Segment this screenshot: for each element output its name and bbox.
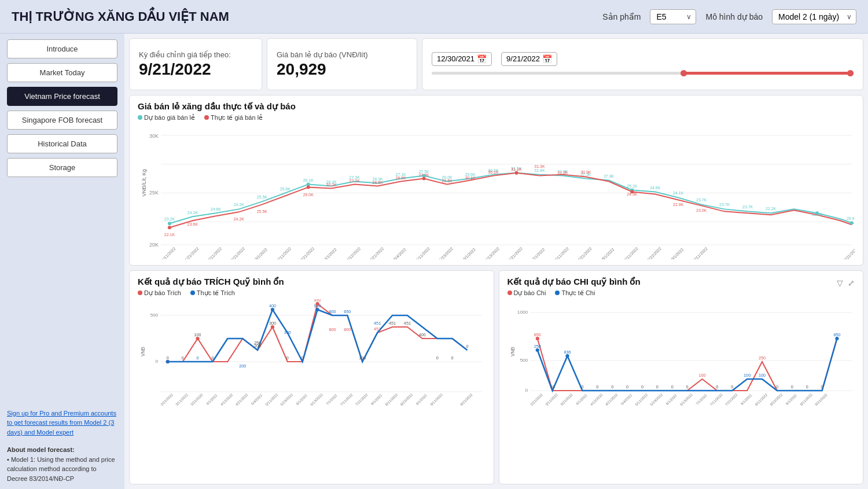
chi-chart-svg: VNĐ 1000 500 0 850 250 50 836: [507, 299, 855, 406]
bottom-row: Kết quả dự báo TRÍCH Quỹ bình ổn Dự báo …: [129, 270, 863, 484]
top-info-row: Kỳ điều chỉnh giá tiếp theo: 9/21/2022 G…: [129, 38, 863, 90]
main-chart-card: Giá bán lẻ xăng dầu thực tế và dự báo Dự…: [129, 95, 863, 266]
svg-text:30.2K: 30.2K: [326, 183, 337, 187]
date-from-input[interactable]: 12/30/2021 📅: [432, 52, 492, 66]
svg-text:4/21/2022: 4/21/2022: [604, 392, 619, 406]
model-select[interactable]: Model 2 (1 ngày)Model 1: [772, 9, 856, 24]
svg-text:31.2K: 31.2K: [557, 171, 568, 175]
svg-text:8/22/2022: 8/22/2022: [399, 392, 414, 406]
svg-text:23.7K: 23.7K: [696, 198, 707, 202]
svg-text:9/21/2022: 9/21/2022: [843, 247, 855, 259]
svg-text:6/1/2022: 6/1/2022: [664, 393, 678, 406]
trich-chart-title: Kết quả dự báo TRÍCH Quỹ bình ổn: [138, 277, 486, 287]
svg-point-130: [196, 337, 199, 340]
calendar-to-icon[interactable]: 📅: [542, 54, 552, 64]
svg-text:850: 850: [833, 333, 840, 337]
svg-text:4/12/2022: 4/12/2022: [219, 392, 234, 406]
legend-forecast: Dự báo giá bán lẻ: [138, 114, 195, 122]
svg-point-132: [315, 302, 319, 306]
svg-text:9/1/2022: 9/1/2022: [784, 393, 797, 406]
svg-text:0: 0: [167, 356, 169, 361]
sidebar-item-market-today[interactable]: Market Today: [7, 63, 117, 82]
svg-text:1000: 1000: [517, 310, 528, 315]
chi-chart-legend: Dự báo Chi Thực tế Chi: [507, 289, 855, 297]
expand-icon[interactable]: ⤢: [848, 278, 855, 288]
sidebar-item-singapore[interactable]: Singapore FOB forecast: [7, 111, 117, 130]
svg-text:7/1/2022: 7/1/2022: [694, 393, 708, 406]
svg-text:100: 100: [194, 333, 201, 337]
svg-point-69: [630, 190, 634, 194]
trich-legend-actual: Thực tế Trích: [190, 289, 235, 297]
filter-icon[interactable]: ▽: [837, 278, 843, 288]
svg-text:0: 0: [821, 385, 823, 389]
svg-text:3/1/2022: 3/1/2022: [254, 247, 268, 259]
svg-text:6/13/2022: 6/13/2022: [310, 392, 324, 406]
forecast-line: [170, 173, 852, 224]
sidebar-item-introduce[interactable]: Introduce: [7, 39, 117, 58]
svg-text:800: 800: [344, 328, 351, 332]
svg-text:8/11/2022: 8/11/2022: [384, 392, 399, 406]
sidebar-item-vietnam-price[interactable]: Vietnam Price forecast: [7, 87, 117, 106]
svg-text:3/11/2022: 3/11/2022: [175, 392, 189, 406]
date-to-value: 9/21/2022: [506, 54, 540, 63]
range-thumb-left[interactable]: [681, 70, 687, 76]
svg-text:6/1/2022: 6/1/2022: [295, 393, 308, 406]
svg-text:25.1K: 25.1K: [627, 184, 638, 188]
sidebar-item-historical[interactable]: Historical Data: [7, 134, 117, 153]
svg-text:0: 0: [197, 356, 199, 361]
chi-forecast-line: [537, 339, 837, 391]
promo-link[interactable]: Sign up for Pro and Premium accounts to …: [7, 409, 117, 437]
svg-text:5/11/2022: 5/11/2022: [415, 247, 431, 259]
svg-text:451: 451: [389, 321, 396, 326]
product-select-wrap[interactable]: E5E10DO: [650, 9, 696, 24]
svg-text:7/21/2022: 7/21/2022: [724, 392, 738, 406]
svg-text:0: 0: [656, 385, 658, 389]
sidebar: Introduce Market Today Vietnam Price for…: [0, 34, 124, 489]
svg-text:451: 451: [374, 327, 381, 332]
svg-text:23.2K: 23.2K: [164, 217, 175, 221]
svg-text:0: 0: [641, 385, 643, 389]
svg-text:836: 836: [564, 350, 571, 355]
svg-text:451: 451: [374, 321, 381, 326]
svg-text:4/1/2022: 4/1/2022: [575, 393, 588, 406]
svg-text:4/21/2022: 4/21/2022: [369, 247, 384, 259]
product-label: Sản phẩm: [602, 12, 641, 21]
range-thumb-right[interactable]: [847, 70, 854, 76]
svg-text:250: 250: [758, 356, 765, 361]
svg-text:31.1K: 31.1K: [511, 167, 522, 171]
svg-text:24.1K: 24.1K: [673, 191, 684, 195]
price-box: Giá bán lẻ dự báo (VNĐ/lít) 20,929: [267, 38, 417, 90]
svg-text:250: 250: [254, 341, 261, 345]
svg-text:0: 0: [716, 385, 718, 389]
svg-text:100: 100: [359, 356, 366, 361]
svg-text:9/1/2022: 9/1/2022: [415, 393, 428, 406]
date-range-box: 12/30/2021 📅 9/21/2022 📅: [422, 38, 863, 90]
svg-text:31.4K: 31.4K: [534, 168, 545, 172]
svg-text:0: 0: [581, 385, 583, 389]
price-value: 20,929: [277, 60, 407, 79]
svg-text:500: 500: [150, 312, 158, 318]
main-chart-title: Giá bán lẻ xăng dầu thực tế và dự báo: [138, 101, 855, 112]
price-label: Giá bán lẻ dự báo (VNĐ/lít): [277, 50, 407, 59]
svg-text:650: 650: [344, 310, 351, 314]
svg-point-189: [835, 337, 838, 340]
svg-point-65: [168, 226, 171, 229]
svg-text:800: 800: [329, 328, 336, 332]
chi-chart-title: Kết quả dự báo CHI quỹ bình ổn: [507, 277, 641, 287]
svg-text:6/21/2022: 6/21/2022: [507, 247, 523, 259]
svg-text:400: 400: [269, 304, 276, 308]
svg-text:2/11/2022: 2/11/2022: [207, 247, 223, 259]
model-select-wrap[interactable]: Model 2 (1 ngày)Model 1: [772, 9, 856, 24]
sidebar-item-storage[interactable]: Storage: [7, 158, 117, 177]
svg-text:8/22/2022: 8/22/2022: [646, 247, 662, 259]
calendar-from-icon[interactable]: 📅: [477, 54, 487, 64]
svg-text:7/11/2022: 7/11/2022: [339, 392, 354, 406]
product-select[interactable]: E5E10DO: [650, 9, 696, 24]
svg-text:0: 0: [301, 356, 304, 361]
content-area: Kỳ điều chỉnh giá tiếp theo: 9/21/2022 G…: [124, 34, 868, 489]
svg-text:9/11/2022: 9/11/2022: [799, 392, 813, 406]
date-to-input[interactable]: 9/21/2022 📅: [501, 52, 557, 66]
svg-text:30.9K: 30.9K: [580, 170, 591, 174]
svg-text:3/21/2022: 3/21/2022: [300, 247, 315, 259]
svg-text:26.9K: 26.9K: [396, 176, 407, 180]
